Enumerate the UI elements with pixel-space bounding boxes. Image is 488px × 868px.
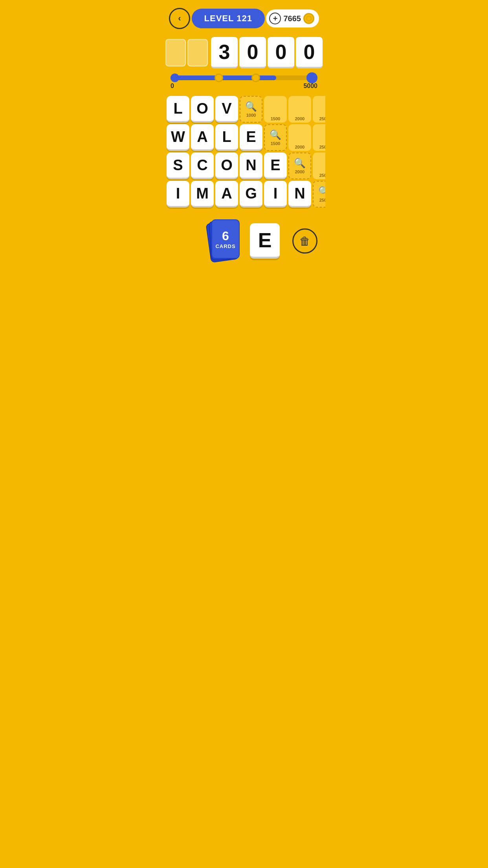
svg-point-0 — [306, 16, 311, 21]
back-button[interactable]: ‹ — [169, 8, 190, 29]
score-label-1500-r0: 1500 — [271, 116, 280, 121]
back-icon: ‹ — [178, 13, 181, 24]
score-label-2500: 2500 — [319, 198, 325, 202]
letter-L: L — [167, 96, 189, 123]
score-blank-2 — [187, 39, 208, 66]
cards-count: 6 — [222, 229, 229, 243]
score-section: 3 0 0 0 — [163, 33, 325, 72]
level-badge: LEVEL 121 — [192, 9, 265, 28]
score-label-2000-r1: 2000 — [295, 145, 305, 149]
header: ‹ LEVEL 121 + 7665 — [163, 0, 325, 33]
cards-stack[interactable]: 6 CARDS — [208, 219, 244, 263]
locked-tile-2500-row0: 2500 — [313, 96, 325, 123]
coin-icon — [303, 13, 314, 24]
score-digit-1: 3 — [211, 37, 238, 68]
letter-C: C — [191, 153, 214, 179]
letter-W: W — [167, 124, 189, 151]
word-row-0: L O V 🔍 1000 1500 2000 2500 3000 — [167, 96, 321, 123]
progress-dot-1000 — [215, 74, 223, 82]
word-row-1: W A L E 🔍 1500 2000 2500 3000 — [167, 124, 321, 151]
progress-min-label: 0 — [171, 83, 174, 90]
letter-S: S — [167, 153, 189, 179]
cards-label: CARDS — [215, 243, 235, 249]
progress-bar-fill — [171, 75, 276, 80]
search-tile-2500[interactable]: 🔍 2500 — [313, 181, 325, 208]
current-letter-tile[interactable]: E — [250, 223, 280, 259]
progress-dot-end — [306, 72, 317, 83]
progress-section: 0 5000 — [163, 72, 325, 92]
search-tile-2000[interactable]: 🔍 2000 — [288, 153, 311, 179]
score-label-2000-r0: 2000 — [295, 116, 305, 121]
search-icon-2: 🔍 — [294, 158, 306, 169]
search-tile-1000[interactable]: 🔍 1000 — [240, 96, 262, 123]
word-row-2: S C O N E 🔍 2000 2500 3000 — [167, 153, 321, 179]
coins-display: + 7665 — [266, 9, 319, 28]
add-coin-button[interactable]: + — [269, 13, 281, 24]
score-digit-4: 0 — [296, 37, 323, 68]
score-label-2000: 2000 — [295, 169, 305, 174]
letter-L-1: L — [215, 124, 238, 151]
letter-I: I — [167, 181, 189, 208]
bottom-section: 6 CARDS E 🗑 — [163, 211, 325, 270]
letter-G: G — [240, 181, 262, 208]
letter-A-1: A — [191, 124, 214, 151]
letter-N-3: N — [288, 181, 311, 208]
score-blank-1 — [165, 39, 186, 66]
score-label-1500: 1500 — [271, 141, 280, 146]
locked-tile-2500-row2: 2500 — [313, 153, 325, 179]
locked-tile-1500-row0: 1500 — [264, 96, 287, 123]
search-icon-0: 🔍 — [245, 101, 257, 112]
score-label-2500-r2: 2500 — [319, 173, 325, 178]
score-tiles: 3 0 0 0 — [211, 37, 323, 68]
letter-N: N — [240, 153, 262, 179]
score-label-2500-r1: 2500 — [319, 145, 325, 149]
progress-labels: 0 5000 — [171, 82, 317, 90]
letter-M: M — [191, 181, 214, 208]
locked-tile-2000-row0: 2000 — [288, 96, 311, 123]
words-grid: L O V 🔍 1000 1500 2000 2500 3000 W A L E… — [163, 92, 325, 211]
letter-E-2: E — [264, 153, 287, 179]
progress-dot-start — [171, 74, 179, 82]
word-row-3: I M A G I N 🔍 2500 3000 — [167, 181, 321, 208]
trash-icon: 🗑 — [299, 235, 310, 248]
score-digit-2: 0 — [239, 37, 266, 68]
letter-O-0: O — [191, 96, 214, 123]
progress-dot-2000 — [251, 74, 260, 82]
locked-tile-2500-row1: 2500 — [313, 124, 325, 151]
score-label-1000: 1000 — [246, 113, 256, 118]
score-blank-tiles — [165, 39, 208, 66]
score-label-2500-r0: 2500 — [319, 116, 325, 121]
letter-V: V — [215, 96, 238, 123]
coin-count: 7665 — [283, 14, 301, 23]
score-digit-3: 0 — [268, 37, 294, 68]
card-front: 6 CARDS — [211, 219, 240, 259]
letter-E-1: E — [240, 124, 262, 151]
search-tile-1500[interactable]: 🔍 1500 — [264, 124, 287, 151]
letter-I-3: I — [264, 181, 287, 208]
search-icon-1: 🔍 — [270, 129, 281, 140]
search-icon-3: 🔍 — [318, 186, 325, 197]
progress-bar — [171, 75, 317, 80]
trash-button[interactable]: 🗑 — [292, 228, 317, 254]
letter-O-2: O — [215, 153, 238, 179]
progress-max-label: 5000 — [303, 83, 317, 90]
locked-tile-2000-row1: 2000 — [288, 124, 311, 151]
letter-A-3: A — [215, 181, 238, 208]
